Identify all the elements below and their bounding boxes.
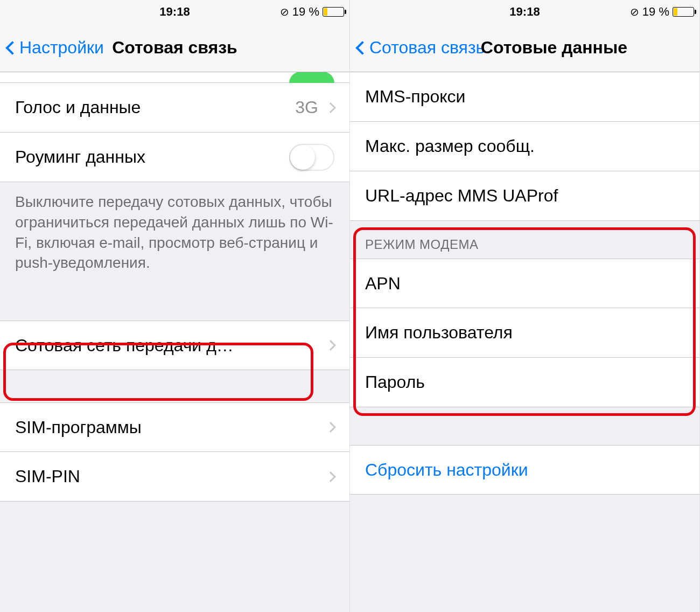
page-title: Сотовая связь — [112, 38, 237, 58]
section-gap — [0, 288, 349, 321]
row-mms-proxy[interactable]: MMS-прокси — [350, 72, 699, 122]
row-roaming[interactable]: Роуминг данных — [0, 133, 349, 182]
back-label: Настройки — [19, 38, 104, 58]
partial-row-top — [0, 72, 349, 83]
battery-percent: 19 % — [292, 5, 319, 19]
orientation-lock-icon: ⊘ — [280, 5, 289, 18]
page-title: Сотовые данные — [481, 38, 627, 58]
row-mms-uaprof[interactable]: URL-адрес MMS UAProf — [350, 171, 699, 221]
nav-bar: Настройки Сотовая связь — [0, 24, 349, 72]
row-sim-apps[interactable]: SIM-программы — [0, 402, 349, 452]
row-label: Голос и данные — [15, 98, 295, 117]
row-apn[interactable]: APN — [350, 259, 699, 308]
back-label: Сотовая связь — [369, 38, 485, 58]
row-label: Роуминг данных — [15, 147, 289, 167]
chevron-right-icon — [325, 102, 336, 113]
battery-percent: 19 % — [642, 5, 669, 19]
chevron-left-icon — [5, 41, 19, 54]
row-value: 3G — [295, 98, 318, 117]
row-voice-data[interactable]: Голос и данные 3G — [0, 83, 349, 133]
section-footer: Выключите передачу сотовых данных, чтобы… — [0, 182, 349, 288]
row-sim-pin[interactable]: SIM-PIN — [0, 452, 349, 502]
row-label: APN — [365, 274, 684, 294]
status-bar: 19:18 ⊘ 19 % — [350, 0, 699, 24]
status-time: 19:18 — [463, 5, 586, 19]
back-button[interactable]: Сотовая связь — [354, 38, 485, 58]
section-gap — [0, 370, 349, 402]
row-label: SIM-PIN — [15, 467, 327, 486]
phone-left: 19:18 ⊘ 19 % Настройки Сотовая связь Гол… — [0, 0, 350, 612]
battery-icon — [673, 7, 694, 17]
battery-icon — [323, 7, 344, 17]
orientation-lock-icon: ⊘ — [630, 5, 639, 18]
row-label: MMS-прокси — [365, 87, 684, 107]
chevron-left-icon — [355, 41, 369, 54]
row-label: Макс. размер сообщ. — [365, 136, 684, 156]
back-button[interactable]: Настройки — [4, 38, 104, 58]
content-right: MMS-прокси Макс. размер сообщ. URL-адрес… — [350, 72, 699, 612]
status-bar: 19:18 ⊘ 19 % — [0, 0, 349, 24]
chevron-right-icon — [325, 340, 336, 351]
row-label: SIM-программы — [15, 418, 327, 437]
chevron-right-icon — [325, 471, 336, 482]
section-gap — [350, 407, 699, 445]
content-left: Голос и данные 3G Роуминг данных Выключи… — [0, 72, 349, 612]
chevron-right-icon — [325, 422, 336, 433]
row-mms-max-size[interactable]: Макс. размер сообщ. — [350, 122, 699, 171]
status-time: 19:18 — [113, 5, 236, 19]
row-cellular-network[interactable]: Сотовая сеть передачи д… — [0, 321, 349, 370]
row-password[interactable]: Пароль — [350, 358, 699, 407]
phone-right: 19:18 ⊘ 19 % Сотовая связь Сотовые данны… — [350, 0, 700, 612]
row-label: Пароль — [365, 372, 684, 392]
row-label: Сбросить настройки — [365, 460, 684, 480]
row-username[interactable]: Имя пользователя — [350, 308, 699, 358]
status-right: ⊘ 19 % — [586, 5, 694, 19]
roaming-toggle[interactable] — [289, 144, 334, 171]
nav-bar: Сотовая связь Сотовые данные — [350, 24, 699, 72]
row-label: Сотовая сеть передачи д… — [15, 336, 327, 356]
row-reset-settings[interactable]: Сбросить настройки — [350, 445, 699, 495]
group-header-modem: РЕЖИМ МОДЕМА — [350, 221, 699, 259]
row-label: Имя пользователя — [365, 323, 684, 343]
status-right: ⊘ 19 % — [236, 5, 344, 19]
row-label: URL-адрес MMS UAProf — [365, 186, 684, 206]
